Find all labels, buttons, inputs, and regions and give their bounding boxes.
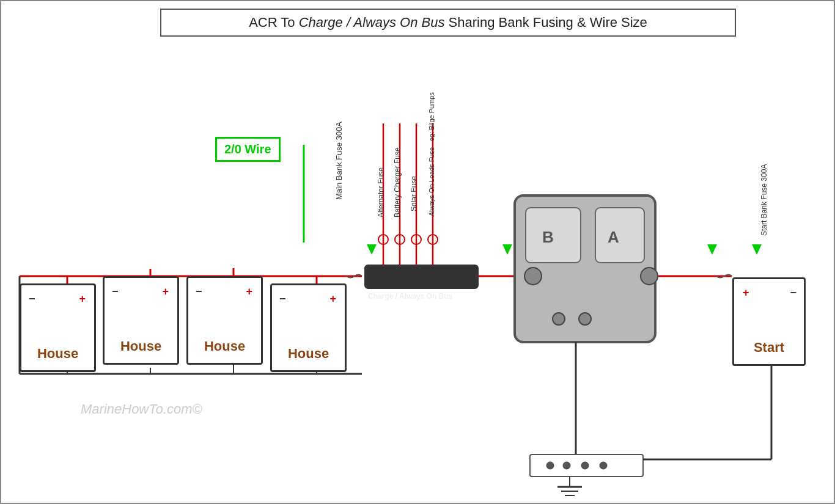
svg-point-37 [581, 462, 589, 469]
svg-point-18 [428, 235, 438, 244]
wire-diagram: B A [1, 1, 835, 504]
battery-plus-sign: + [329, 293, 336, 305]
main-diagram: ACR To Charge / Always On Bus Sharing Ba… [0, 0, 835, 504]
watermark: MarineHowTo.com© [81, 401, 202, 417]
title-box: ACR To Charge / Always On Bus Sharing Ba… [160, 9, 736, 37]
solar-fuse-label: Solar Fuse [410, 176, 418, 211]
battery-minus-sign: − [196, 285, 202, 298]
svg-point-26 [524, 268, 542, 285]
svg-rect-23 [515, 195, 655, 342]
bus-label: Charge / Always On Bus [368, 292, 452, 301]
svg-rect-34 [530, 455, 643, 477]
start-bank-fuse-label: Start Bank Fuse 300A [760, 164, 768, 236]
svg-point-36 [563, 462, 570, 469]
svg-marker-22 [752, 244, 762, 255]
svg-text:A: A [608, 228, 619, 246]
battery-label: House [21, 346, 94, 362]
always-on-fuse-label: Always On Loads Fuse - eg: Bilge Pumps [428, 92, 435, 216]
battery-start-label: Start [734, 340, 804, 356]
svg-rect-25 [595, 208, 644, 263]
svg-text:B: B [542, 228, 554, 246]
svg-rect-24 [526, 208, 581, 263]
svg-marker-19 [367, 244, 377, 255]
svg-point-16 [395, 235, 405, 244]
wire-size-label: 2/0 Wire [215, 137, 281, 162]
battery-plus-sign: + [246, 285, 252, 298]
battery-house-4: − + House [270, 283, 347, 372]
battery-label: House [105, 338, 177, 354]
alternator-fuse-label: Alternator Fuse [377, 167, 385, 217]
svg-rect-10 [365, 265, 478, 288]
svg-point-35 [546, 462, 554, 469]
battery-house-2: − + House [103, 276, 179, 365]
title-text: ACR To Charge / Always On Bus Sharing Ba… [249, 15, 647, 30]
battery-house-3: − + House [186, 276, 263, 365]
battery-minus-sign: − [112, 285, 119, 298]
battery-plus-sign: + [162, 285, 169, 298]
battery-label: House [272, 346, 345, 362]
battery-minus-sign: − [790, 287, 796, 299]
svg-point-28 [553, 313, 565, 325]
battery-house-1: − + House [20, 283, 96, 372]
svg-point-38 [600, 462, 607, 469]
battery-label: House [188, 338, 261, 354]
svg-point-27 [641, 268, 658, 285]
svg-point-15 [378, 235, 388, 244]
battery-minus-sign: − [29, 293, 35, 305]
battery-charger-fuse-label: Battery Charger Fuse [393, 147, 402, 217]
svg-point-17 [411, 235, 421, 244]
battery-plus-sign: + [743, 287, 749, 299]
main-bank-fuse-label: Main Bank Fuse 300A [334, 122, 344, 200]
svg-point-29 [579, 313, 591, 325]
svg-marker-20 [502, 244, 512, 255]
svg-marker-21 [707, 244, 717, 255]
battery-plus-sign: + [79, 293, 86, 305]
battery-start: + − Start [732, 277, 806, 366]
battery-minus-sign: − [279, 293, 286, 305]
